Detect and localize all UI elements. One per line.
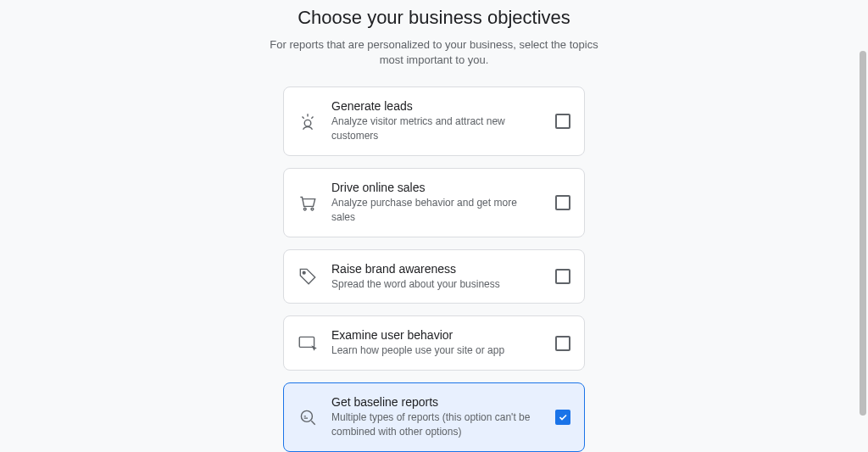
option-get-baseline-reports[interactable]: Get baseline reports Multiple types of r… [283,382,585,452]
checkbox[interactable] [555,336,570,351]
option-generate-leads[interactable]: Generate leads Analyze visitor metrics a… [283,86,585,156]
svg-point-1 [303,208,306,210]
monitor-cursor-icon [296,332,320,355]
objectives-list: Generate leads Analyze visitor metrics a… [283,86,585,451]
svg-point-3 [303,271,305,274]
checkbox[interactable] [555,195,570,210]
svg-point-2 [311,208,314,210]
magnify-report-icon [296,405,320,429]
tag-icon [296,265,320,288]
checkbox[interactable] [555,114,570,129]
checkbox[interactable] [555,269,570,284]
option-raise-brand-awareness[interactable]: Raise brand awareness Spread the word ab… [283,249,585,304]
scrollbar[interactable] [860,51,866,416]
svg-point-0 [304,120,311,127]
page-title: Choose your business objectives [298,7,570,29]
option-desc: Analyze visitor metrics and attract new … [331,114,543,143]
option-desc: Analyze purchase behavior and get more s… [331,196,543,225]
option-desc: Spread the word about your business [331,277,543,292]
cart-icon [296,191,320,215]
page-subtitle: For reports that are personalized to you… [264,37,604,68]
option-title: Raise brand awareness [331,262,543,276]
leads-icon [296,109,320,133]
option-title: Generate leads [331,99,543,113]
checkbox[interactable] [555,410,570,425]
svg-point-5 [301,410,312,421]
option-title: Drive online sales [331,181,543,194]
option-desc: Learn how people use your site or app [331,343,543,358]
option-drive-online-sales[interactable]: Drive online sales Analyze purchase beha… [283,168,585,237]
option-examine-user-behavior[interactable]: Examine user behavior Learn how people u… [283,315,585,371]
option-title: Get baseline reports [331,395,543,409]
option-desc: Multiple types of reports (this option c… [331,410,543,439]
option-title: Examine user behavior [331,328,543,342]
